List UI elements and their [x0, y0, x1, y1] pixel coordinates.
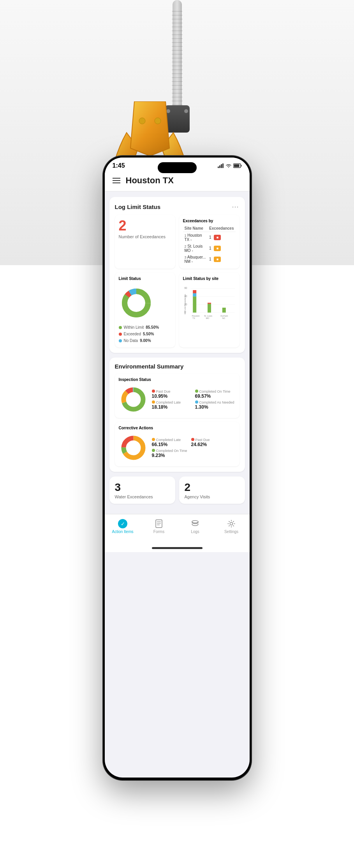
table-header-exc: Exceedances [208, 225, 235, 232]
legend-completed-as-needed: Completed As Needed 1.30% [195, 400, 234, 410]
table-cell-count: 1 ■ [208, 243, 235, 254]
limit-legend: Within Limit 85.50% Exceeded 5.50% [119, 325, 171, 344]
inspection-donut [119, 385, 148, 414]
svg-point-1 [155, 118, 161, 124]
stat-water-exceedances: 3 Water Exceedances [109, 477, 175, 504]
tab-forms[interactable]: Forms [141, 517, 177, 535]
logs-label: Logs [191, 530, 199, 534]
stat-agency-visits: 2 Agency Visits [179, 477, 245, 504]
exceedances-table-card: Exceedances by Site Name Exceedances [179, 215, 240, 269]
stat-number-agency: 2 [185, 481, 240, 494]
legend-completed-late: Completed Late 18.18% [152, 400, 191, 410]
legend-no-data: No Data 9.00% [119, 338, 171, 343]
limit-status-title: Limit Status [119, 276, 171, 281]
limit-by-site-title: Limit Status by site [183, 276, 236, 281]
inspection-status-card: Inspection Status [115, 374, 240, 418]
phone-screen: 1:45 [105, 158, 250, 778]
exceedances-label: Number of Exceedances [119, 234, 171, 239]
svg-rect-32 [222, 308, 225, 313]
table-cell-count: 1 ■ [208, 232, 235, 243]
svg-rect-24 [193, 293, 196, 296]
hamburger-menu-button[interactable] [113, 178, 120, 183]
limit-by-site-chart: 60 40 20 0 [183, 282, 236, 333]
phone-frame: 1:45 [103, 156, 251, 780]
legend-exceeded: Exceeded 5.50% [119, 332, 171, 336]
env-section-title: Environmental Summary [115, 363, 240, 370]
inspection-title: Inspection Status [119, 377, 236, 382]
action-items-icon: ✓ [118, 519, 127, 528]
inspection-row: Past Due 10.95% Completed On Time 69.57% [119, 385, 236, 414]
wifi-icon [225, 163, 232, 168]
legend-past-due: Past Due 10.95% [152, 390, 191, 399]
log-limit-section: Log Limit Status ⋯ 2 Number of Exceedanc… [109, 197, 245, 353]
forms-icon [154, 519, 164, 528]
corrective-legend: Completed Late 66.15% Past Due 24.62% [152, 438, 227, 458]
svg-rect-2 [218, 167, 219, 168]
stat-label-agency: Agency Visits [185, 494, 240, 499]
svg-rect-7 [234, 165, 239, 167]
table-cell-count: 1 ■ [208, 254, 235, 265]
home-indicator-area [105, 543, 250, 552]
table-cell-site: 2 St. Louis MO - [183, 243, 208, 254]
svg-text:Durham: Durham [220, 315, 228, 317]
tab-settings[interactable]: Settings [213, 517, 250, 535]
exceedances-number: 2 [119, 219, 171, 233]
svg-text:EQI Limit Exceedances: EQI Limit Exceedances [184, 294, 186, 314]
svg-point-50 [230, 523, 233, 525]
svg-text:St. Louis: St. Louis [204, 315, 212, 317]
svg-text:MO: MO [206, 317, 209, 319]
settings-icon [227, 519, 236, 528]
status-icons [218, 163, 242, 168]
svg-point-14 [128, 295, 144, 311]
status-time: 1:45 [113, 162, 125, 169]
svg-text:NC: NC [222, 317, 225, 319]
svg-rect-5 [222, 163, 224, 168]
environmental-summary-section: Environmental Summary Inspection Status [109, 358, 245, 472]
exc-table-title: Exceedances by [183, 219, 236, 223]
corrective-actions-card: Corrective Actions [115, 422, 240, 466]
svg-rect-29 [208, 303, 211, 304]
log-limit-header: Log Limit Status ⋯ [115, 202, 240, 211]
table-cell-site: 3 Albuquer... NM - [183, 254, 208, 265]
table-row: 3 Albuquer... NM - 1 ■ [183, 254, 236, 265]
action-items-label: Action Items [112, 530, 133, 534]
svg-point-40 [126, 393, 140, 407]
section-more-button[interactable]: ⋯ [232, 202, 240, 211]
legend-corr-late: Completed Late 66.15% [152, 438, 187, 447]
tab-logs[interactable]: Logs [177, 517, 213, 535]
exceedances-count-card: 2 Number of Exceedances [115, 215, 175, 269]
svg-rect-28 [208, 304, 211, 313]
legend-within-limit: Within Limit 85.50% [119, 325, 171, 329]
limit-status-card: Limit Status [115, 273, 175, 347]
legend-corr-past-due: Past Due 24.62% [191, 438, 227, 447]
table-cell-site: 1 Houston TX - [183, 232, 208, 243]
check-circle-icon: ✓ [118, 519, 127, 528]
corrective-donut [119, 433, 148, 462]
signal-icon [218, 163, 224, 168]
log-limit-top-cards: 2 Number of Exceedances Exceedances by S… [115, 215, 240, 269]
svg-rect-25 [193, 290, 196, 293]
svg-point-44 [126, 441, 140, 455]
svg-point-49 [192, 521, 198, 523]
svg-text:60: 60 [184, 287, 187, 289]
app-header: Houston TX [105, 172, 250, 191]
settings-label: Settings [224, 530, 238, 534]
forms-label: Forms [153, 530, 164, 534]
corrective-row: Completed Late 66.15% Past Due 24.62% [119, 433, 236, 462]
svg-rect-8 [241, 165, 241, 167]
table-row: 1 Houston TX - 1 ■ [183, 232, 236, 243]
svg-rect-23 [193, 296, 196, 312]
legend-corr-on-time: Completed On Time 9.23% [152, 449, 187, 458]
inspection-legend: Past Due 10.95% Completed On Time 69.57% [152, 390, 234, 410]
svg-point-0 [139, 118, 145, 124]
home-indicator [152, 547, 203, 549]
logs-icon [190, 519, 200, 528]
stats-row: 3 Water Exceedances 2 Agency Visits [109, 477, 245, 504]
tab-action-items[interactable]: ✓ Action Items [105, 517, 141, 535]
header-title: Houston TX [126, 175, 174, 186]
corrective-title: Corrective Actions [119, 426, 236, 430]
battery-icon [233, 163, 242, 168]
legend-completed-on-time: Completed On Time 69.57% [195, 390, 234, 399]
svg-rect-4 [221, 164, 222, 168]
svg-rect-3 [219, 165, 220, 168]
